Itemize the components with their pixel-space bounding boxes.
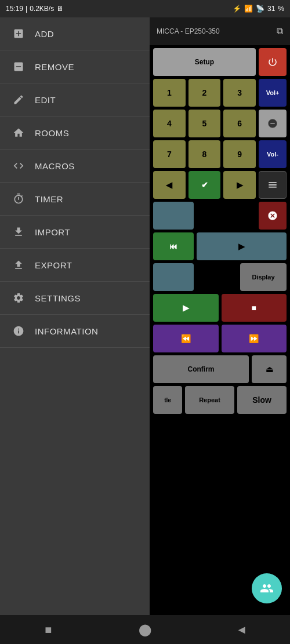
btn-9[interactable]: 9	[223, 140, 256, 168]
play-button[interactable]: ▶	[197, 232, 287, 260]
timer-icon	[12, 192, 26, 206]
copy-icon[interactable]: ⧉	[277, 26, 283, 37]
remote-panel: MICCA - EP250-350 ⧉ Setup 1 2 3 Vol+ 4 5…	[150, 17, 290, 615]
sidebar-item-import[interactable]: IMPORT	[0, 216, 150, 249]
nav-square-button[interactable]: ■	[34, 615, 63, 644]
row-repeat-slow: tle Repeat Slow	[150, 386, 290, 414]
btn-4[interactable]: 4	[153, 110, 186, 137]
status-right: ⚡ 📶 📡 31 %	[233, 5, 284, 13]
row-back-play: ⏮ ▶	[150, 232, 290, 260]
sidebar-item-export[interactable]: EXPORT	[0, 249, 150, 282]
info-icon	[12, 324, 26, 338]
stop-button[interactable]: ■	[222, 294, 287, 322]
home-icon	[12, 126, 26, 140]
wifi-icon: 📡	[256, 5, 264, 13]
btn-8[interactable]: 8	[188, 140, 221, 168]
repeat-button[interactable]: Repeat	[185, 386, 234, 414]
btn-2[interactable]: 2	[188, 79, 221, 107]
btn-next-page[interactable]: ▶	[223, 171, 256, 199]
status-data-speed: 0.2KB/s	[30, 5, 54, 13]
edit-icon	[12, 93, 26, 107]
bluetooth-icon: ⚡	[233, 5, 241, 13]
fab-button[interactable]	[252, 573, 282, 603]
sidebar-label-remove: REMOVE	[35, 62, 74, 72]
btn-gray-left[interactable]	[153, 263, 194, 291]
sidebar-item-add[interactable]: ADD	[0, 17, 150, 50]
row-display: Display	[150, 263, 290, 291]
skip-back-button[interactable]: ⏮	[153, 232, 194, 260]
play-button-2[interactable]: ▶	[153, 294, 219, 322]
sidebar-label-macros: MACROS	[35, 161, 75, 171]
fast-forward-button[interactable]: ⏩	[222, 325, 287, 352]
sidebar-item-timer[interactable]: TIMER	[0, 183, 150, 216]
sidebar-item-edit[interactable]: EDIT	[0, 83, 150, 117]
add-icon	[12, 27, 26, 41]
sidebar-label-edit: EDIT	[35, 95, 56, 105]
row-123: 1 2 3 Vol+	[150, 79, 290, 107]
row-check: ◀ ✔ ▶	[150, 171, 290, 199]
remove-icon	[12, 60, 26, 74]
sidebar-label-import: IMPORT	[35, 227, 70, 237]
remote-header: MICCA - EP250-350 ⧉	[150, 17, 290, 45]
monitor-icon: 🖥	[56, 5, 63, 13]
sidebar-item-macros[interactable]: MACROS	[0, 150, 150, 183]
macros-icon	[12, 159, 26, 173]
mute-button[interactable]	[259, 110, 287, 137]
btn-3[interactable]: 3	[223, 79, 256, 107]
vol-minus-button[interactable]: Vol-	[259, 140, 287, 168]
btn-6[interactable]: 6	[223, 110, 256, 137]
menu-button[interactable]	[259, 171, 287, 199]
sidebar-label-export: EXPORT	[35, 260, 72, 270]
eject-button[interactable]: ⏏	[252, 355, 287, 383]
row-456: 4 5 6	[150, 110, 290, 137]
remote-title: MICCA - EP250-350	[157, 27, 220, 35]
setup-button[interactable]: Setup	[153, 48, 256, 76]
row-setup-power: Setup	[150, 48, 290, 76]
btn-5[interactable]: 5	[188, 110, 221, 137]
import-icon	[12, 225, 26, 239]
settings-icon	[12, 291, 26, 305]
btn-7[interactable]: 7	[153, 140, 186, 168]
close-button[interactable]	[259, 202, 287, 230]
sidebar-item-rooms[interactable]: ROOMS	[0, 117, 150, 150]
sidebar-label-add: ADD	[35, 29, 54, 39]
back-button[interactable]	[153, 202, 194, 230]
row-play-stop: ▶ ■	[150, 294, 290, 322]
status-time: 15:19	[6, 5, 23, 13]
battery-icon: %	[278, 5, 284, 13]
row-teal-x	[150, 202, 290, 230]
sidebar-item-information[interactable]: INFORMATION	[0, 315, 150, 348]
rewind-button[interactable]: ⏪	[153, 325, 219, 352]
export-icon	[12, 258, 26, 272]
sidebar-item-remove[interactable]: REMOVE	[0, 50, 150, 83]
sidebar-item-settings[interactable]: SETTINGS	[0, 282, 150, 315]
btn-1[interactable]: 1	[153, 79, 186, 107]
nav-back-button[interactable]: ◄	[227, 615, 256, 644]
status-bar: 15:19 | 0.2KB/s 🖥 ⚡ 📶 📡 31 %	[0, 0, 290, 17]
sidebar-label-rooms: ROOMS	[35, 128, 69, 138]
row-rew-ff: ⏪ ⏩	[150, 325, 290, 352]
bottom-navigation: ■ ⬤ ◄	[0, 615, 290, 644]
row-789: 7 8 9 Vol-	[150, 140, 290, 168]
row-confirm-eject: Confirm ⏏	[150, 355, 290, 383]
sidebar: ADD REMOVE EDIT ROOMS MACROS TIMER	[0, 17, 150, 615]
status-left: 15:19 | 0.2KB/s 🖥	[6, 5, 63, 13]
signal-icon: 📶	[244, 5, 253, 13]
confirm-button[interactable]: Confirm	[153, 355, 249, 383]
vol-plus-button[interactable]: Vol+	[259, 79, 287, 107]
sidebar-label-timer: TIMER	[35, 194, 63, 204]
sidebar-label-settings: SETTINGS	[35, 293, 81, 303]
status-data: |	[26, 5, 27, 13]
nav-home-button[interactable]: ⬤	[130, 615, 160, 644]
display-button[interactable]: Display	[240, 263, 287, 291]
btn-prev-page[interactable]: ◀	[153, 171, 186, 199]
power-button[interactable]	[259, 48, 287, 76]
slow-button[interactable]: Slow	[237, 386, 287, 414]
battery-level: 31	[267, 5, 275, 13]
sidebar-label-information: INFORMATION	[35, 326, 98, 336]
title-button[interactable]: tle	[153, 386, 182, 414]
check-button[interactable]: ✔	[188, 171, 221, 199]
